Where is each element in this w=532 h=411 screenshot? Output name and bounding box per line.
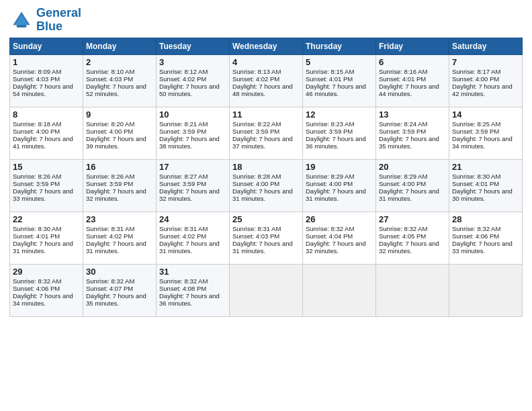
col-header-sunday: Sunday bbox=[10, 38, 83, 54]
sunrise: Sunrise: 8:13 AM bbox=[232, 68, 300, 75]
day-number: 29 bbox=[13, 267, 80, 277]
calendar-cell: 13Sunrise: 8:24 AMSunset: 3:59 PMDayligh… bbox=[376, 107, 449, 159]
day-number: 20 bbox=[379, 162, 446, 172]
day-number: 14 bbox=[452, 109, 519, 120]
daylight: Daylight: 7 hours and 33 minutes. bbox=[452, 240, 519, 255]
sunset: Sunset: 4:02 PM bbox=[159, 232, 226, 240]
calendar-cell: 11Sunrise: 8:22 AMSunset: 3:59 PMDayligh… bbox=[230, 107, 303, 159]
day-number: 16 bbox=[86, 162, 153, 172]
sunrise: Sunrise: 8:17 AM bbox=[452, 68, 519, 75]
daylight: Daylight: 7 hours and 36 minutes. bbox=[306, 135, 373, 150]
sunset: Sunset: 3:59 PM bbox=[379, 128, 446, 135]
sunset: Sunset: 4:00 PM bbox=[13, 128, 80, 135]
calendar-cell: 6Sunrise: 8:16 AMSunset: 4:01 PMDaylight… bbox=[376, 54, 449, 107]
day-number: 11 bbox=[232, 109, 300, 120]
sunrise: Sunrise: 8:29 AM bbox=[379, 173, 446, 180]
sunrise: Sunrise: 8:10 AM bbox=[86, 68, 153, 75]
sunrise: Sunrise: 8:09 AM bbox=[13, 68, 80, 75]
calendar-week-row: 29Sunrise: 8:32 AMSunset: 4:06 PMDayligh… bbox=[10, 264, 523, 316]
calendar-cell: 26Sunrise: 8:32 AMSunset: 4:04 PMDayligh… bbox=[303, 212, 376, 264]
sunrise: Sunrise: 8:26 AM bbox=[86, 173, 153, 180]
sunset: Sunset: 4:00 PM bbox=[452, 75, 519, 83]
day-number: 4 bbox=[232, 57, 300, 67]
daylight: Daylight: 7 hours and 36 minutes. bbox=[159, 292, 226, 307]
sunset: Sunset: 4:00 PM bbox=[86, 128, 153, 135]
calendar-cell: 12Sunrise: 8:23 AMSunset: 3:59 PMDayligh… bbox=[303, 107, 376, 159]
calendar-cell: 18Sunrise: 8:28 AMSunset: 4:00 PMDayligh… bbox=[230, 159, 303, 212]
calendar-cell: 29Sunrise: 8:32 AMSunset: 4:06 PMDayligh… bbox=[10, 264, 83, 316]
calendar-cell: 7Sunrise: 8:17 AMSunset: 4:00 PMDaylight… bbox=[449, 54, 523, 107]
calendar-cell: 9Sunrise: 8:20 AMSunset: 4:00 PMDaylight… bbox=[83, 107, 157, 159]
sunset: Sunset: 4:03 PM bbox=[232, 232, 300, 240]
day-number: 24 bbox=[159, 214, 226, 224]
sunrise: Sunrise: 8:28 AM bbox=[232, 173, 300, 180]
daylight: Daylight: 7 hours and 41 minutes. bbox=[13, 135, 80, 150]
col-header-friday: Friday bbox=[376, 38, 449, 54]
day-number: 1 bbox=[13, 57, 80, 67]
daylight: Daylight: 7 hours and 31 minutes. bbox=[232, 187, 300, 202]
calendar-header-row: SundayMondayTuesdayWednesdayThursdayFrid… bbox=[10, 38, 523, 54]
day-number: 31 bbox=[159, 267, 226, 277]
calendar-cell: 31Sunrise: 8:32 AMSunset: 4:08 PMDayligh… bbox=[157, 264, 230, 316]
sunrise: Sunrise: 8:32 AM bbox=[159, 277, 226, 285]
sunrise: Sunrise: 8:26 AM bbox=[13, 173, 80, 180]
day-number: 10 bbox=[159, 109, 226, 120]
sunrise: Sunrise: 8:32 AM bbox=[452, 225, 519, 232]
sunset: Sunset: 4:08 PM bbox=[159, 285, 226, 292]
sunrise: Sunrise: 8:29 AM bbox=[306, 173, 373, 180]
sunset: Sunset: 3:59 PM bbox=[86, 180, 153, 187]
calendar-cell: 16Sunrise: 8:26 AMSunset: 3:59 PMDayligh… bbox=[83, 159, 157, 212]
calendar-week-row: 1Sunrise: 8:09 AMSunset: 4:03 PMDaylight… bbox=[10, 54, 523, 107]
sunset: Sunset: 4:03 PM bbox=[86, 75, 153, 83]
sunrise: Sunrise: 8:31 AM bbox=[159, 225, 226, 232]
sunset: Sunset: 4:02 PM bbox=[159, 75, 226, 83]
logo-blue: Blue bbox=[36, 20, 81, 34]
calendar-cell: 24Sunrise: 8:31 AMSunset: 4:02 PMDayligh… bbox=[157, 212, 230, 264]
calendar-cell: 30Sunrise: 8:32 AMSunset: 4:07 PMDayligh… bbox=[83, 264, 157, 316]
calendar-cell: 28Sunrise: 8:32 AMSunset: 4:06 PMDayligh… bbox=[449, 212, 523, 264]
sunset: Sunset: 4:01 PM bbox=[13, 232, 80, 240]
day-number: 5 bbox=[306, 57, 373, 67]
daylight: Daylight: 7 hours and 32 minutes. bbox=[159, 187, 226, 202]
sunrise: Sunrise: 8:27 AM bbox=[159, 173, 226, 180]
calendar-cell: 4Sunrise: 8:13 AMSunset: 4:02 PMDaylight… bbox=[230, 54, 303, 107]
daylight: Daylight: 7 hours and 37 minutes. bbox=[232, 135, 300, 150]
day-number: 17 bbox=[159, 162, 226, 172]
calendar-week-row: 22Sunrise: 8:30 AMSunset: 4:01 PMDayligh… bbox=[10, 212, 523, 264]
daylight: Daylight: 7 hours and 31 minutes. bbox=[86, 240, 153, 255]
calendar-cell bbox=[303, 264, 376, 316]
day-number: 23 bbox=[86, 214, 153, 224]
daylight: Daylight: 7 hours and 48 minutes. bbox=[232, 83, 300, 97]
daylight: Daylight: 7 hours and 42 minutes. bbox=[452, 83, 519, 97]
daylight: Daylight: 7 hours and 44 minutes. bbox=[379, 83, 446, 97]
day-number: 22 bbox=[13, 214, 80, 224]
daylight: Daylight: 7 hours and 33 minutes. bbox=[13, 187, 80, 202]
calendar-cell: 14Sunrise: 8:25 AMSunset: 3:59 PMDayligh… bbox=[449, 107, 523, 159]
calendar-cell: 15Sunrise: 8:26 AMSunset: 3:59 PMDayligh… bbox=[10, 159, 83, 212]
day-number: 3 bbox=[159, 57, 226, 67]
calendar-cell bbox=[376, 264, 449, 316]
daylight: Daylight: 7 hours and 31 minutes. bbox=[379, 187, 446, 202]
sunset: Sunset: 4:01 PM bbox=[379, 75, 446, 83]
day-number: 2 bbox=[86, 57, 153, 67]
logo: General Blue bbox=[9, 7, 81, 34]
sunset: Sunset: 3:59 PM bbox=[159, 128, 226, 135]
sunset: Sunset: 4:02 PM bbox=[232, 75, 300, 83]
calendar-cell: 3Sunrise: 8:12 AMSunset: 4:02 PMDaylight… bbox=[157, 54, 230, 107]
calendar-cell: 17Sunrise: 8:27 AMSunset: 3:59 PMDayligh… bbox=[157, 159, 230, 212]
daylight: Daylight: 7 hours and 30 minutes. bbox=[452, 187, 519, 202]
sunrise: Sunrise: 8:30 AM bbox=[13, 225, 80, 232]
daylight: Daylight: 7 hours and 31 minutes. bbox=[13, 240, 80, 255]
calendar-cell: 19Sunrise: 8:29 AMSunset: 4:00 PMDayligh… bbox=[303, 159, 376, 212]
logo-general: General bbox=[36, 7, 81, 20]
daylight: Daylight: 7 hours and 34 minutes. bbox=[452, 135, 519, 150]
calendar-cell: 25Sunrise: 8:31 AMSunset: 4:03 PMDayligh… bbox=[230, 212, 303, 264]
daylight: Daylight: 7 hours and 31 minutes. bbox=[306, 187, 373, 202]
svg-rect-3 bbox=[17, 25, 26, 28]
col-header-thursday: Thursday bbox=[303, 38, 376, 54]
day-number: 30 bbox=[86, 267, 153, 277]
sunrise: Sunrise: 8:30 AM bbox=[452, 173, 519, 180]
sunset: Sunset: 3:59 PM bbox=[159, 180, 226, 187]
logo-icon bbox=[9, 8, 34, 32]
daylight: Daylight: 7 hours and 38 minutes. bbox=[159, 135, 226, 150]
